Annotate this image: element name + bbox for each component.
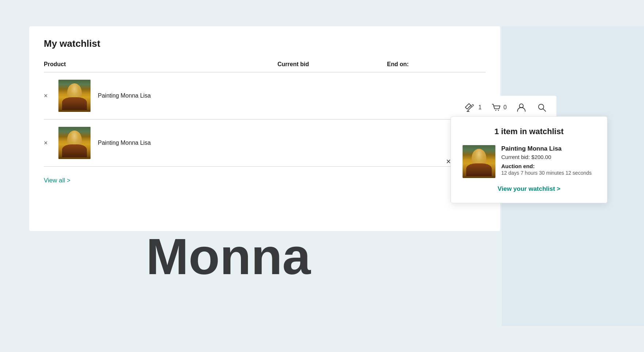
product-image-2 <box>58 127 91 159</box>
auction-nav-item[interactable]: 1 <box>462 99 484 116</box>
mona-lisa-thumbnail-2 <box>58 127 91 159</box>
watchlist-popup: 1 item in watchlist × Painting Monna Lis… <box>451 116 607 203</box>
popup-item-auction-label: Auction end: <box>501 163 595 169</box>
mona-lisa-thumbnail-1 <box>58 80 91 112</box>
auction-count: 1 <box>478 104 482 111</box>
col-bid-header: Current bid <box>277 61 387 68</box>
table-header: Product Current bid End on: <box>44 61 486 72</box>
nav-icons-bar: 1 0 <box>456 96 556 119</box>
popup-close-button[interactable]: × <box>446 157 451 166</box>
popup-item-auction-time: 12 days 7 hours 30 minutes 12 seconds <box>501 170 595 176</box>
svg-line-8 <box>543 109 546 111</box>
user-icon <box>515 102 527 113</box>
popup-item-name: Painting Monna Lisa <box>501 145 595 152</box>
remove-button-1[interactable]: × <box>44 92 53 100</box>
svg-point-4 <box>495 110 497 111</box>
popup-item-image <box>463 145 495 178</box>
svg-line-1 <box>468 107 472 111</box>
popup-item-details: Painting Monna Lisa Current bid: $200.00… <box>501 145 595 176</box>
product-name-1: Painting Monna Lisa <box>98 92 151 99</box>
cart-icon <box>490 102 502 113</box>
col-product-header: Product <box>44 61 277 68</box>
popup-title: 1 item in watchlist <box>463 127 595 136</box>
svg-point-5 <box>498 110 499 111</box>
product-image-1 <box>58 80 91 112</box>
cart-nav-item[interactable]: 0 <box>487 99 510 116</box>
popup-mona-lisa-thumbnail <box>463 145 495 178</box>
search-icon <box>536 102 548 113</box>
popup-view-watchlist-link[interactable]: View your watchlist > <box>463 185 595 193</box>
user-nav-item[interactable] <box>513 99 530 116</box>
page-wrapper: My watchlist Product Current bid End on:… <box>0 0 644 352</box>
table-row: × Painting Monna Lisa <box>44 120 486 167</box>
popup-item-bid: Current bid: $200.00 <box>501 154 595 160</box>
view-all-link[interactable]: View all > <box>44 177 70 184</box>
remove-button-2[interactable]: × <box>44 139 53 147</box>
product-name-2: Painting Monna Lisa <box>98 140 151 146</box>
bg-decorative-text: Monna <box>146 227 311 286</box>
svg-rect-3 <box>471 104 474 107</box>
cart-count: 0 <box>503 104 507 111</box>
page-title: My watchlist <box>44 38 486 49</box>
table-row: × Painting Monna Lisa <box>44 72 486 120</box>
main-card: My watchlist Product Current bid End on:… <box>29 26 500 231</box>
popup-item: × Painting Monna Lisa Current bid: $200.… <box>463 145 595 178</box>
gavel-icon <box>465 102 477 113</box>
search-nav-item[interactable] <box>533 99 551 116</box>
col-end-header: End on: <box>387 61 409 68</box>
